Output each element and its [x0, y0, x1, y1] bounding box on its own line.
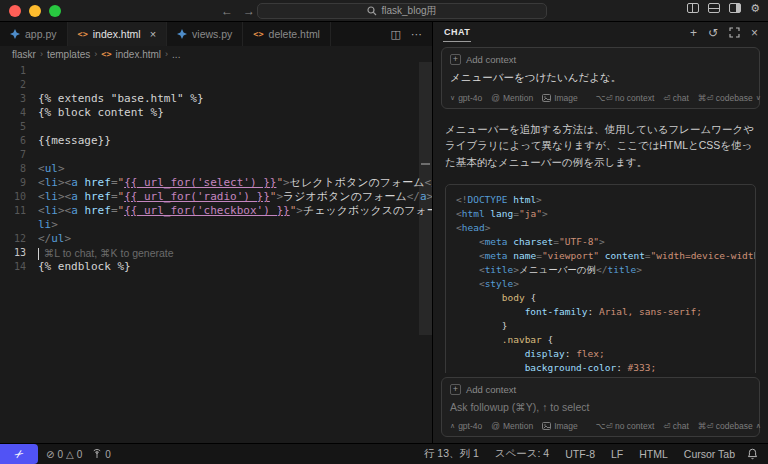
followup-input[interactable]: Ask followup (⌘Y), ↑ to select [450, 401, 751, 413]
no-context-hint[interactable]: ⌥⏎ no context [596, 421, 655, 431]
problems-button[interactable]: ⊘ 0 △ 0 [46, 449, 82, 460]
error-icon: ⊘ [46, 449, 54, 460]
image-button[interactable]: Image [542, 421, 578, 431]
history-icon[interactable]: ↺ [708, 26, 718, 40]
code-line[interactable]: 9<li><a href="{{ url_for('select') }}">セ… [0, 176, 432, 190]
command-center-search[interactable]: flask_blog用 [257, 3, 547, 19]
image-icon [542, 94, 551, 102]
chat-submit-hint[interactable]: ⏎ chat [663, 93, 689, 103]
new-chat-icon[interactable]: + [690, 26, 697, 40]
breadcrumb-item[interactable]: index.html [116, 49, 162, 60]
zoom-window-button[interactable] [49, 5, 61, 17]
model-selector[interactable]: ∧ gpt-4o [450, 421, 482, 431]
code-line[interactable]: 7 [0, 148, 432, 162]
add-context-icon[interactable]: + [450, 54, 461, 65]
chat-submit-hint[interactable]: ⏎ chat [663, 421, 689, 431]
mention-button[interactable]: @ Mention [491, 421, 533, 431]
model-selector[interactable]: ∨ gpt-4o [450, 93, 482, 103]
chevron-up-icon: ∧ [756, 422, 761, 430]
followup-input-card[interactable]: + Add context Ask followup (⌘Y), ↑ to se… [441, 377, 760, 437]
code-line[interactable]: 11<li><a href="{{ url_for('checkbox') }}… [0, 204, 432, 218]
python-file-icon [10, 29, 20, 39]
chevron-down-icon: ∨ [450, 94, 455, 102]
breadcrumb-item[interactable]: templates [47, 49, 90, 60]
code-line[interactable]: 8<ul> [0, 162, 432, 176]
notifications-bell-icon[interactable] [747, 448, 768, 460]
close-window-button[interactable] [9, 5, 21, 17]
minimize-window-button[interactable] [29, 5, 41, 17]
status-bar: >< ⊘ 0 △ 0 0 行 13、列 1スペース: 4UTF-8LFHTMLC… [0, 443, 768, 464]
line-number: 3 [0, 92, 26, 106]
chat-conversation[interactable]: + Add context メニューバーをつけたいんだよな。 ∨ gpt-4o … [433, 43, 768, 373]
back-icon[interactable]: ← [221, 1, 233, 21]
forward-icon[interactable]: → [243, 1, 255, 21]
breadcrumb-item[interactable]: ... [172, 49, 180, 60]
indentation[interactable]: スペース: 4 [495, 447, 549, 461]
toggle-panel-icon[interactable] [708, 3, 720, 13]
expand-icon[interactable] [729, 27, 740, 38]
tab-app-py[interactable]: app.py [0, 22, 68, 46]
add-context-button[interactable]: Add context [466, 384, 516, 395]
code-line[interactable]: 6{{message}} [0, 134, 432, 148]
breadcrumb-item[interactable]: flaskr [12, 49, 36, 60]
more-actions-icon[interactable]: ⋯ [411, 28, 422, 41]
toggle-primary-sidebar-icon[interactable] [687, 3, 699, 13]
split-editor-icon[interactable]: ◫ [391, 28, 401, 41]
assistant-code-block[interactable]: <!DOCTYPE html><html lang="ja"><head> <m… [445, 184, 756, 373]
toggle-secondary-sidebar-icon[interactable] [729, 3, 741, 13]
line-content: </ul> [26, 232, 71, 246]
line-number: 4 [0, 106, 26, 120]
add-context-button[interactable]: Add context [466, 54, 516, 65]
image-button[interactable]: Image [542, 93, 578, 103]
tab-index-html[interactable]: <>index.html× [68, 22, 168, 46]
code-line[interactable]: li> [0, 218, 432, 232]
tab-views-py[interactable]: views.py [167, 22, 243, 46]
line-number: 6 [0, 134, 26, 148]
close-tab-icon[interactable]: × [150, 28, 156, 40]
tab-delete-html[interactable]: <>delete.html [243, 22, 331, 46]
line-content: li> [26, 218, 58, 232]
codebase-hint[interactable]: ⌘⏎ codebase ∧ [698, 421, 761, 431]
line-content: <li><a href="{{ url_for('checkbox') }}">… [26, 204, 432, 218]
customize-layout-icon[interactable]: ⚙ [750, 3, 760, 13]
code-line[interactable]: 13 ⌘L to chat, ⌘K to generate [0, 246, 432, 260]
line-content: {{message}} [26, 134, 111, 148]
chat-panel: CHAT + ↺ × + Add context メニュ [433, 22, 768, 443]
code-line[interactable]: 3{% extends "base.html" %} [0, 92, 432, 106]
line-content: <li><a href="{{ url_for('select') }}">セレ… [26, 176, 432, 190]
language-mode[interactable]: HTML [639, 448, 668, 460]
eol[interactable]: LF [611, 448, 623, 460]
mention-button[interactable]: @ Mention [491, 93, 533, 103]
user-message-text: メニューバーをつけたいんだよな。 [450, 71, 751, 85]
cursor-position[interactable]: 行 13、列 1 [424, 447, 479, 461]
tab-chat[interactable]: CHAT [443, 24, 471, 42]
encoding[interactable]: UTF-8 [565, 448, 595, 460]
code-line[interactable]: 12</ul> [0, 232, 432, 246]
mention-icon: @ [491, 421, 500, 431]
code-line[interactable]: 4{% block content %} [0, 106, 432, 120]
add-context-icon[interactable]: + [450, 384, 461, 395]
line-number: 10 [0, 190, 26, 204]
breadcrumb-separator: › [94, 49, 97, 59]
code-line[interactable]: 14{% endblock %} [0, 260, 432, 274]
ports-button[interactable]: 0 [92, 449, 111, 460]
cursor-tab[interactable]: Cursor Tab [684, 448, 735, 460]
breadcrumb[interactable]: flaskr›templates›<>index.html›... [0, 46, 432, 62]
tab-label: views.py [192, 28, 232, 40]
tab-label: index.html [93, 28, 141, 40]
code-line[interactable]: 10<li><a href="{{ url_for('radio') }}">ラ… [0, 190, 432, 204]
tab-label: delete.html [269, 28, 320, 40]
code-editor[interactable]: 123{% extends "base.html" %}4{% block co… [0, 62, 432, 443]
remote-indicator[interactable]: >< [0, 444, 38, 464]
code-line[interactable]: 1 [0, 64, 432, 78]
line-content: <ul> [26, 162, 65, 176]
no-context-hint[interactable]: ⌥⏎ no context [596, 93, 655, 103]
codebase-hint[interactable]: ⌘⏎ codebase ∨ [698, 93, 761, 103]
line-number: 8 [0, 162, 26, 176]
html-file-icon: <> [101, 49, 111, 59]
code-line[interactable]: 2 [0, 78, 432, 92]
code-line[interactable]: 5 [0, 120, 432, 134]
editor-scrollbar[interactable] [419, 62, 432, 335]
close-icon[interactable]: × [751, 26, 758, 40]
remote-icon: >< [13, 448, 24, 460]
